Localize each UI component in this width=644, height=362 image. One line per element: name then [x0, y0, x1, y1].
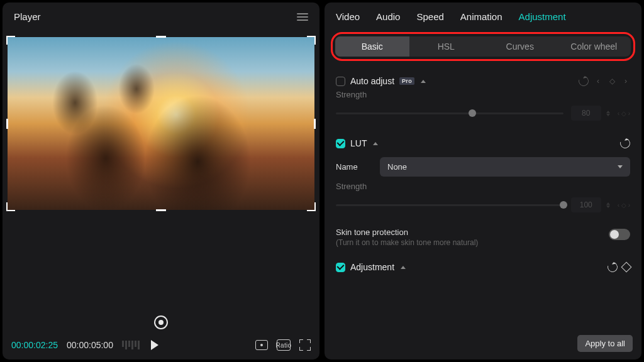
lut-label: LUT — [350, 138, 367, 148]
tab-animation[interactable]: Animation — [460, 11, 502, 22]
adjustment-section-header: Adjustment — [336, 253, 630, 276]
audio-level-icon — [122, 341, 140, 349]
lut-name-select[interactable]: None — [380, 157, 630, 177]
adjustment-body: Auto adjust Pro ‹ ◇ › Strength 80 ‹ ◇ › … — [325, 65, 641, 330]
sub-tab-basic[interactable]: Basic — [335, 36, 409, 57]
frame-capture-button[interactable] — [255, 340, 268, 350]
crop-handle-right[interactable] — [314, 119, 316, 129]
timecode-current: 00:00:02:25 — [11, 340, 58, 350]
skin-tone-row: Skin tone protection (Turn it on to make… — [336, 221, 630, 253]
adjustment-checkbox[interactable] — [336, 263, 345, 272]
lut-strength-keyframes[interactable]: ‹ ◇ › — [618, 202, 630, 209]
crop-handle-tl[interactable] — [6, 36, 15, 45]
collapse-icon[interactable] — [421, 80, 426, 83]
sub-tab-curves[interactable]: Curves — [483, 36, 557, 57]
player-footer: 00:00:02:25 00:00:05:00 Ratio — [3, 333, 319, 359]
lut-name-value: None — [387, 162, 407, 172]
player-menu-button[interactable] — [297, 13, 308, 21]
auto-strength-slider[interactable] — [336, 112, 564, 114]
tab-speed[interactable]: Speed — [416, 11, 443, 22]
video-preview[interactable] — [8, 37, 314, 210]
adjustment-panel: Video Audio Speed Animation Adjustment B… — [325, 3, 641, 359]
chevron-down-icon — [618, 165, 623, 168]
player-title: Player — [14, 11, 41, 22]
lut-name-label: Name — [336, 162, 371, 172]
skin-tone-toggle[interactable] — [609, 229, 630, 240]
rotate-control-row — [3, 308, 319, 333]
ratio-button[interactable]: Ratio — [277, 339, 291, 351]
skin-tone-title: Skin tone protection — [336, 228, 601, 237]
adjustment-section-label: Adjustment — [350, 262, 394, 272]
auto-adjust-header: Auto adjust Pro ‹ ◇ › — [336, 67, 630, 90]
lut-strength-slider[interactable] — [336, 204, 564, 206]
collapse-icon[interactable] — [373, 142, 378, 145]
fullscreen-button[interactable] — [299, 339, 311, 351]
tab-video[interactable]: Video — [336, 11, 360, 22]
lut-header: LUT — [336, 129, 630, 152]
reset-icon[interactable] — [606, 260, 619, 274]
lut-strength-thumb[interactable] — [560, 201, 567, 209]
crop-handle-left[interactable] — [6, 119, 8, 129]
lut-strength-stepper[interactable] — [606, 202, 610, 208]
skin-tone-text: Skin tone protection (Turn it on to make… — [336, 228, 601, 247]
crop-handle-br[interactable] — [307, 202, 316, 211]
lut-strength-row: 100 ‹ ◇ › — [336, 194, 630, 221]
auto-strength-stepper[interactable] — [606, 111, 610, 116]
auto-strength-value[interactable]: 80 — [571, 106, 601, 121]
play-button[interactable] — [151, 340, 158, 350]
keyframe-next-icon[interactable]: › — [621, 77, 630, 85]
auto-strength-label: Strength — [336, 90, 630, 102]
auto-adjust-reset-group: ‹ ◇ › — [579, 76, 630, 86]
pro-badge: Pro — [399, 77, 414, 85]
tab-audio[interactable]: Audio — [376, 11, 400, 22]
tab-adjustment[interactable]: Adjustment — [519, 11, 566, 22]
sub-tab-hsl[interactable]: HSL — [409, 36, 484, 57]
keyframe-diamond-icon[interactable] — [621, 262, 632, 273]
collapse-icon[interactable] — [401, 266, 406, 269]
player-panel: Player 00:00:02:25 00:00:05:00 Ratio — [3, 3, 319, 359]
adjustment-reset-group — [608, 262, 630, 272]
auto-adjust-checkbox[interactable] — [336, 77, 345, 86]
auto-strength-keyframes[interactable]: ‹ ◇ › — [618, 110, 630, 117]
skin-tone-subtitle: (Turn it on to make skin tone more natur… — [336, 238, 601, 247]
player-header: Player — [3, 3, 319, 31]
lut-name-row: Name None — [336, 152, 630, 182]
crop-handle-top[interactable] — [156, 36, 166, 38]
timecode-total: 00:00:05:00 — [67, 340, 113, 350]
keyframe-prev-icon[interactable]: ‹ — [594, 77, 602, 85]
rotate-button[interactable] — [154, 315, 168, 329]
lut-reset-group — [620, 138, 630, 148]
apply-to-all-button[interactable]: Apply to all — [577, 335, 633, 352]
preview-area — [3, 31, 319, 308]
apply-row: Apply to all — [325, 330, 641, 359]
sub-tabs-highlight: Basic HSL Curves Color wheel — [331, 32, 635, 61]
lut-strength-label: Strength — [336, 182, 630, 194]
lut-checkbox[interactable] — [336, 139, 345, 148]
auto-strength-thumb[interactable] — [469, 109, 476, 117]
crop-handle-tr[interactable] — [307, 36, 316, 45]
sub-tabs: Basic HSL Curves Color wheel — [335, 36, 631, 57]
auto-adjust-label: Auto adjust — [350, 76, 394, 86]
auto-strength-row: 80 ‹ ◇ › — [336, 102, 630, 129]
lut-strength-value[interactable]: 100 — [571, 197, 601, 212]
crop-handle-bl[interactable] — [6, 202, 15, 211]
reset-icon[interactable] — [577, 74, 591, 88]
keyframe-icon[interactable]: ◇ — [608, 77, 616, 85]
sub-tab-color-wheel[interactable]: Color wheel — [557, 36, 631, 57]
reset-icon[interactable] — [618, 136, 632, 150]
crop-handle-bottom[interactable] — [156, 209, 166, 211]
top-tabs: Video Audio Speed Animation Adjustment — [325, 3, 641, 28]
